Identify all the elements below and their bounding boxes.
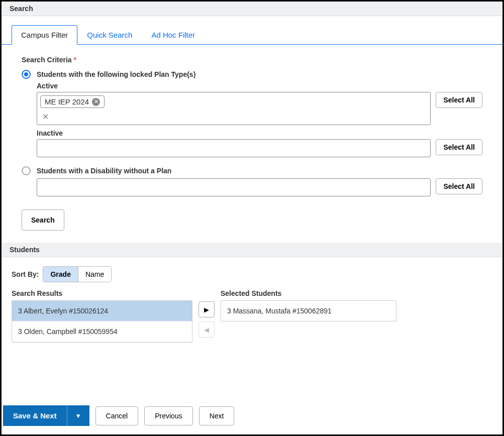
sort-toggle-group: Grade Name [43,266,112,282]
search-criteria-text: Search Criteria [22,56,72,64]
students-section-header: Students [2,243,502,257]
selected-students-title: Selected Students [221,289,396,297]
dual-list: Search Results 3 Albert, Evelyn #1500261… [2,289,502,343]
chevron-down-icon: ▼ [75,412,81,419]
chip-remove-icon[interactable]: ✕ [92,98,100,106]
save-next-button[interactable]: Save & Next [3,405,67,426]
search-criteria-label: Search Criteria * [22,56,482,64]
tab-campus-filter[interactable]: Campus Filter [12,25,77,45]
chevron-left-icon: ◀ [204,326,209,334]
sort-name-button[interactable]: Name [78,267,111,282]
disability-input[interactable] [37,178,431,196]
plan-type-chip[interactable]: ME IEP 2024 ✕ [40,95,105,108]
tab-ad-hoc-filter[interactable]: Ad Hoc Filter [142,25,205,44]
move-left-button[interactable]: ◀ [198,321,215,338]
inactive-field-row: Select All [37,139,482,157]
disability-field-row: Select All [37,178,482,196]
search-section-header: Search [2,2,502,16]
search-results-box: 3 Albert, Evelyn #150026124 3 Olden, Cam… [12,300,192,343]
radio-locked-label: Students with the following locked Plan … [37,70,195,78]
save-next-dropdown[interactable]: ▼ [67,405,89,426]
chevron-right-icon: ▶ [204,306,209,313]
sort-row: Sort By: Grade Name [2,257,502,289]
search-results-column: Search Results 3 Albert, Evelyn #1500261… [12,289,192,343]
footer-bar: Save & Next ▼ Cancel Previous Next [3,400,501,433]
search-button[interactable]: Search [22,209,64,231]
radio-disability-label: Students with a Disability without a Pla… [37,167,171,175]
move-right-button[interactable]: ▶ [198,301,215,317]
active-field-row: ME IEP 2024 ✕ ✕ Select All [37,92,482,125]
list-item[interactable]: 3 Massana, Mustafa #150062891 [221,301,396,321]
selected-students-column: Selected Students 3 Massana, Mustafa #15… [221,289,396,321]
inactive-plan-types-input[interactable] [37,139,431,157]
search-results-title: Search Results [12,289,192,297]
chip-text: ME IEP 2024 [45,97,89,106]
radio-selected-icon [22,70,31,79]
required-asterisk: * [74,56,76,64]
clear-all-icon[interactable]: ✕ [40,112,427,122]
radio-disability-without-plan[interactable]: Students with a Disability without a Pla… [22,166,482,175]
search-content: Search Criteria * Students with the foll… [2,45,502,241]
inactive-label: Inactive [37,129,482,137]
sort-grade-button[interactable]: Grade [43,267,77,282]
list-item[interactable]: 3 Olden, Campbell #150059954 [12,321,192,342]
active-plan-types-input[interactable]: ME IEP 2024 ✕ ✕ [37,92,431,125]
radio-locked-plan-type[interactable]: Students with the following locked Plan … [22,70,482,79]
select-all-inactive-button[interactable]: Select All [436,139,482,155]
cancel-button[interactable]: Cancel [95,406,139,425]
list-item[interactable]: 3 Albert, Evelyn #150026124 [12,301,192,321]
tabs-row: Campus Filter Quick Search Ad Hoc Filter [2,16,502,45]
select-all-disability-button[interactable]: Select All [436,178,482,194]
next-button[interactable]: Next [199,406,235,425]
sort-by-label: Sort By: [12,270,39,278]
selected-students-box: 3 Massana, Mustafa #150062891 [221,300,396,321]
active-label: Active [37,82,482,90]
save-next-group: Save & Next ▼ [3,405,89,426]
tab-quick-search[interactable]: Quick Search [77,25,142,44]
previous-button[interactable]: Previous [144,406,192,425]
students-section: Students Sort By: Grade Name Search Resu… [2,243,502,343]
move-buttons-column: ▶ ◀ [198,289,215,338]
select-all-active-button[interactable]: Select All [436,92,482,108]
radio-unselected-icon [22,166,31,175]
